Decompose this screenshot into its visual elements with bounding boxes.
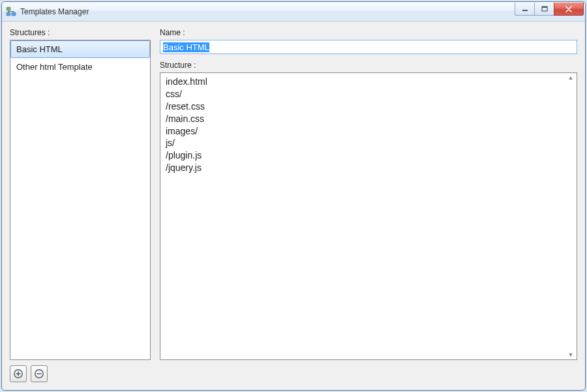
content-area: Structures : Basic HTML Other html Templ… xyxy=(2,22,585,390)
name-label: Name : xyxy=(160,28,577,37)
add-button[interactable] xyxy=(10,365,27,382)
name-input[interactable] xyxy=(160,40,577,54)
svg-rect-1 xyxy=(7,12,10,16)
main-panel: Name : Structure : ▲ ▼ xyxy=(160,28,577,382)
structure-textarea-wrap: ▲ ▼ xyxy=(160,72,577,360)
svg-rect-8 xyxy=(542,7,547,8)
structure-area: Structure : ▲ ▼ xyxy=(160,61,577,360)
svg-rect-2 xyxy=(12,12,16,16)
plus-circle-icon xyxy=(13,369,23,379)
app-window: Templates Manager Structures : Basic HTM… xyxy=(1,1,586,391)
remove-button[interactable] xyxy=(31,365,48,382)
structure-label: Structure : xyxy=(160,61,577,70)
svg-rect-6 xyxy=(522,10,528,11)
structures-label: Structures : xyxy=(10,28,151,37)
list-item[interactable]: Other html Template xyxy=(10,58,150,76)
sidebar: Structures : Basic HTML Other html Templ… xyxy=(10,28,151,382)
titlebar[interactable]: Templates Manager xyxy=(2,2,585,22)
name-row: Name : xyxy=(160,28,577,54)
maximize-button[interactable] xyxy=(534,3,554,16)
minimize-button[interactable] xyxy=(515,3,534,16)
svg-rect-0 xyxy=(7,7,10,10)
window-title: Templates Manager xyxy=(20,7,89,16)
app-icon xyxy=(6,7,16,17)
sidebar-buttons xyxy=(10,365,151,382)
structures-listbox[interactable]: Basic HTML Other html Template xyxy=(10,40,151,360)
close-button[interactable] xyxy=(554,3,584,16)
list-item[interactable]: Basic HTML xyxy=(10,40,150,58)
window-controls xyxy=(515,3,584,16)
structure-textarea[interactable] xyxy=(160,73,577,359)
minus-circle-icon xyxy=(34,369,44,379)
